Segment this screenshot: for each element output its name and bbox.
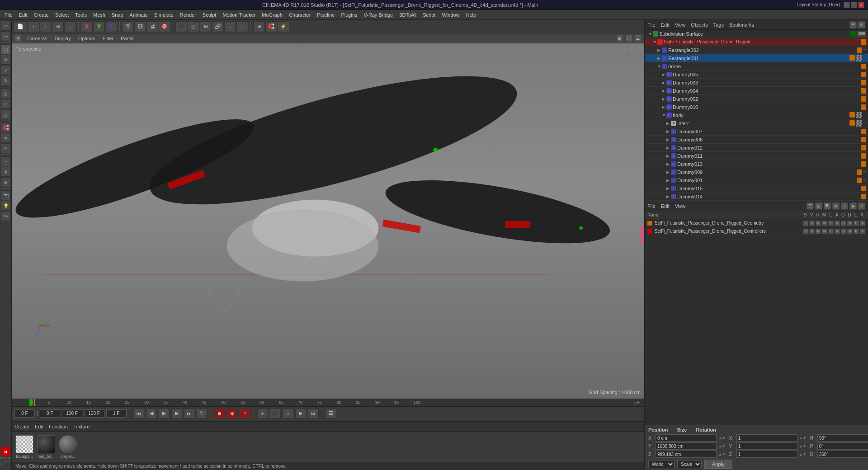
obj-dummy005[interactable]: ▶ L Dummy005 <box>645 70 868 79</box>
expand-icon[interactable]: ▶ <box>666 137 671 142</box>
key-del-btn[interactable]: ⬛ <box>270 409 281 418</box>
vp-panel-btn[interactable]: Panel <box>119 36 135 41</box>
connect-btn[interactable]: 🔗 <box>212 21 224 32</box>
obj-dummy001[interactable]: ▶ L Dummy001 ··· <box>645 176 868 184</box>
camera-btn[interactable]: 📷 <box>1 190 11 200</box>
menu-character[interactable]: Character <box>286 11 313 19</box>
obj-scifi-drone-root[interactable]: ▼ SciFi_Futuristic_Passenger_Drone_Rigge… <box>645 38 868 46</box>
bp-icon-s2[interactable]: S <box>803 229 808 234</box>
bp-hdr-icon-2[interactable]: ⊞ <box>815 202 822 210</box>
bp-file-btn[interactable]: File <box>647 203 656 209</box>
vp-icon-btn[interactable]: ⊞ <box>14 35 22 42</box>
menu-mograph[interactable]: MoGraph <box>259 11 285 19</box>
snap-btn[interactable]: 🧲 <box>265 21 277 32</box>
frame-start-input[interactable] <box>40 409 60 418</box>
bp-icon-r2[interactable]: R <box>816 229 821 234</box>
sidebar-collapse-tab[interactable] <box>640 226 644 244</box>
apply-button[interactable]: Apply <box>704 460 732 469</box>
y-axis-btn[interactable]: Y <box>93 21 105 32</box>
bp-icon-d2[interactable]: D <box>847 229 853 234</box>
bp-hdr-icon-7[interactable]: ✕ <box>858 202 865 210</box>
render-to-picture-btn[interactable]: 📽 <box>146 21 158 32</box>
light-btn[interactable]: 💡 <box>1 201 11 211</box>
expand-icon[interactable]: ▶ <box>666 170 671 174</box>
expand-icon[interactable]: ▶ <box>666 129 671 134</box>
bp-row-controllers[interactable]: SciFi_Futuristic_Passenger_Drone_Rigged_… <box>645 227 868 235</box>
step-forward-btn[interactable]: ▶ <box>171 409 182 418</box>
bp-icon-x[interactable]: X <box>860 221 865 226</box>
frame-step-input[interactable] <box>106 409 127 418</box>
expand-icon[interactable]: ▼ <box>662 113 666 118</box>
frame-end-input[interactable] <box>62 409 82 418</box>
menu-window[interactable]: Window <box>439 11 462 19</box>
record-auto-btn[interactable]: ◉ <box>227 409 238 418</box>
key-add-btn[interactable]: + <box>257 409 268 418</box>
mat-tab-edit[interactable]: Edit <box>35 424 43 429</box>
bp-hdr-icon-6[interactable]: ▶ <box>849 202 857 210</box>
expand-icon[interactable]: ▶ <box>666 178 671 183</box>
go-to-start-btn[interactable]: ⏮ <box>133 409 144 418</box>
vp-options-btn[interactable]: Options <box>76 36 97 41</box>
vp-display-btn[interactable]: Display <box>53 36 73 41</box>
x-pos-arrow[interactable]: ▲▼ <box>718 436 726 440</box>
key-mode-btn[interactable]: ○ <box>283 409 293 418</box>
undo-btn[interactable]: ↩ <box>1 21 11 31</box>
y-pos-input[interactable] <box>656 442 717 450</box>
step-back-btn[interactable]: ◀ <box>146 409 157 418</box>
spline-btn[interactable]: ~ <box>1 156 11 166</box>
obj-dummy009[interactable]: ▶ L Dummy009 ··· <box>645 168 868 176</box>
vp-filter-btn[interactable]: Filter <box>101 36 115 41</box>
z-size-arrow[interactable]: ▲▼ <box>799 452 807 456</box>
open-btn[interactable]: + <box>28 21 39 32</box>
bp-icon-g[interactable]: G <box>841 221 846 226</box>
vp-menu-btn[interactable]: ☰ <box>634 35 642 42</box>
timeline-playhead[interactable] <box>34 399 35 406</box>
redo-btn[interactable]: ↪ <box>1 31 11 41</box>
menu-render[interactable]: Render <box>177 11 199 19</box>
menu-motiontracker[interactable]: Motion Tracker <box>220 11 258 19</box>
select-mode-btn[interactable]: ▢ <box>1 44 11 54</box>
bp-hdr-icon-3[interactable]: 🔍 <box>824 202 831 210</box>
transfer-btn[interactable]: ↔ <box>236 21 248 32</box>
y-size-input[interactable] <box>736 442 797 450</box>
frame-max-input[interactable] <box>84 409 104 418</box>
viewport[interactable]: Y X Z Perspective Grid Spacing : 1000 cm… <box>12 43 644 399</box>
obj-dummy011[interactable]: ▶ L Dummy011 <box>645 152 868 160</box>
obj-view-btn[interactable]: View <box>675 22 686 28</box>
python-btn[interactable]: Py <box>1 211 11 221</box>
expand-icon[interactable]: ▶ <box>662 105 666 109</box>
obj-dummy002[interactable]: ▶ L Dummy002 <box>645 95 868 103</box>
obj-objects-btn[interactable]: Objects <box>691 22 708 28</box>
obj-dummy012[interactable]: ▶ L Dummy012 <box>645 144 868 152</box>
key-all-btn[interactable]: ⊞ <box>308 409 319 418</box>
z-axis-btn[interactable]: Z <box>105 21 117 32</box>
key-play-btn[interactable]: ▶ <box>295 409 306 418</box>
expand-icon[interactable]: ▼ <box>648 32 653 36</box>
obj-file-btn[interactable]: File <box>647 22 656 28</box>
menu-3dtoall[interactable]: 3DToAll <box>396 11 419 19</box>
expand-icon[interactable]: ▼ <box>653 40 657 44</box>
menu-mesh[interactable]: Mesh <box>90 11 108 19</box>
expand-icon[interactable]: ▶ <box>666 154 671 158</box>
vp-expand-btn[interactable]: ⊞ <box>616 35 623 42</box>
expand-icon[interactable]: ▶ <box>657 56 662 61</box>
group-btn[interactable]: ◎ <box>188 21 199 32</box>
bp-icon-r[interactable]: R <box>816 221 821 226</box>
record-help-btn[interactable]: ? <box>240 409 250 418</box>
object-mode-btn[interactable]: ◎ <box>1 89 11 99</box>
obj-hdr-icon-2[interactable]: ⊞ <box>858 21 865 28</box>
obj-dummy013[interactable]: ▶ L Dummy013 <box>645 160 868 168</box>
z-pos-arrow[interactable]: ▲▼ <box>718 452 726 456</box>
bp-icon-v[interactable]: V <box>809 221 815 226</box>
expand-icon[interactable]: ▶ <box>662 72 666 77</box>
play-btn[interactable]: ▶ <box>159 409 170 418</box>
expand-icon[interactable]: ▶ <box>666 121 671 126</box>
expand-icon[interactable]: ▶ <box>666 186 671 191</box>
p-rot-input[interactable] <box>817 442 868 450</box>
x-axis-btn[interactable]: X <box>81 21 93 32</box>
expand-icon[interactable]: ▶ <box>662 97 666 101</box>
paint-btn[interactable]: ✏ <box>1 133 11 143</box>
menu-pipeline[interactable]: Pipeline <box>314 11 337 19</box>
expand-icon[interactable]: ▶ <box>662 89 666 93</box>
bp-hdr-icon-5[interactable]: ↕ <box>841 202 848 210</box>
